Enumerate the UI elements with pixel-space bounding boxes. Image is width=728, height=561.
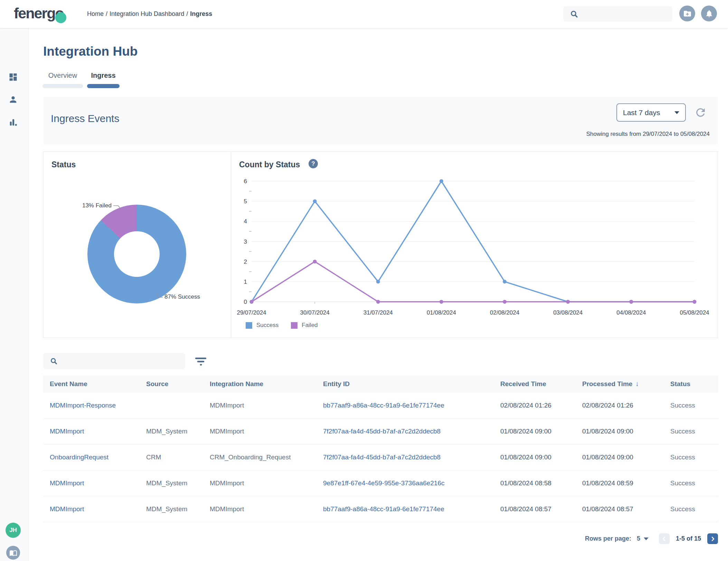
cell-integration-name: MDMImport <box>210 505 323 513</box>
user-avatar[interactable]: JH <box>6 523 21 538</box>
notifications-button[interactable] <box>701 6 717 21</box>
page: fenergo Home / Integration Hub Dashboard… <box>0 0 728 561</box>
donut-hole <box>114 231 160 277</box>
tab-ingress[interactable]: Ingress <box>87 72 120 88</box>
cell-entity-id[interactable]: 9e87e1ff-67e4-4e59-955e-3736aa6e216c <box>323 479 500 487</box>
table-body: MDMImport-ResponseMDMImportbb77aaf9-a86a… <box>43 393 718 522</box>
cell-received-time: 01/08/2024 09:00 <box>500 428 582 435</box>
cell-processed-time: 01/08/2024 08:57 <box>582 505 670 513</box>
tabs: Overview Ingress <box>42 72 120 88</box>
book-icon <box>9 549 17 557</box>
svg-text:2: 2 <box>244 259 247 265</box>
search-icon <box>570 10 578 18</box>
add-folder-button[interactable] <box>679 6 695 21</box>
section-title: Ingress Events <box>51 113 119 124</box>
sidebar: JH <box>0 28 29 561</box>
cell-entity-id[interactable]: bb77aaf9-a86a-48cc-91a9-6e1fe77174ee <box>323 402 500 409</box>
breadcrumb-current: Ingress <box>190 10 212 18</box>
table-row: OnboardingRequestCRMCRM_Onboarding_Reque… <box>43 445 718 470</box>
sort-desc-icon: ↓ <box>635 380 639 387</box>
rows-per-page-value[interactable]: 5 <box>637 535 640 542</box>
svg-text:02/08/2024: 02/08/2024 <box>490 309 519 316</box>
ingress-events-header: Ingress Events Last 7 days Showing resul… <box>43 97 718 144</box>
cell-source: MDM_System <box>146 428 210 435</box>
tab-overview[interactable]: Overview <box>42 72 83 88</box>
cell-integration-name: MDMImport <box>210 402 323 409</box>
cell-entity-id[interactable]: 7f2f07aa-fa4d-45dd-b7af-a7c2d2ddecb8 <box>323 428 500 435</box>
cell-processed-time: 02/08/2024 01:26 <box>582 402 670 409</box>
tab-ingress-indicator <box>87 84 120 88</box>
cell-processed-time: 01/08/2024 08:59 <box>582 479 670 487</box>
column-source[interactable]: Source <box>146 380 210 388</box>
chevron-left-icon <box>662 536 666 541</box>
chevron-down-icon <box>674 111 679 114</box>
cell-status: Success <box>670 428 718 435</box>
next-page-button[interactable] <box>707 533 718 544</box>
search-input[interactable] <box>583 10 667 18</box>
table-search-input[interactable] <box>62 357 177 365</box>
cell-source: MDM_System <box>146 479 210 487</box>
documentation-button[interactable] <box>6 546 20 560</box>
breadcrumb-home-link[interactable]: Home <box>87 10 104 18</box>
count-by-status-card: Count by Status ? 012345629/07/202430/07… <box>231 151 718 338</box>
cell-event-name[interactable]: MDMImport <box>50 428 146 435</box>
search-icon <box>50 357 58 365</box>
cell-event-name[interactable]: MDMImport <box>50 505 146 513</box>
table-row: MDMImportMDM_SystemMDMImport9e87e1ff-67e… <box>43 470 718 496</box>
svg-text:6: 6 <box>244 178 247 185</box>
breadcrumb-dashboard-link[interactable]: Integration Hub Dashboard <box>110 10 184 18</box>
filter-button[interactable] <box>195 356 207 367</box>
column-received-time[interactable]: Received Time <box>500 380 582 388</box>
svg-text:04/08/2024: 04/08/2024 <box>616 309 646 316</box>
sidebar-item-dashboard[interactable] <box>8 72 18 82</box>
status-donut-chart <box>87 205 186 303</box>
cell-status: Success <box>670 505 718 513</box>
date-range-select[interactable]: Last 7 days <box>616 103 686 122</box>
svg-text:31/07/2024: 31/07/2024 <box>363 309 393 316</box>
column-processed-time[interactable]: Processed Time↓ <box>582 380 670 388</box>
column-entity-id[interactable]: Entity ID <box>323 380 500 388</box>
tab-overview-indicator <box>42 84 83 88</box>
chart-legend: SuccessFailed <box>246 322 318 329</box>
bell-icon <box>705 9 713 18</box>
table-header: Event Name Source Integration Name Entit… <box>43 375 718 393</box>
svg-text:03/08/2024: 03/08/2024 <box>553 309 583 316</box>
donut-success-label: 87% Success <box>164 293 200 300</box>
cell-event-name[interactable]: MDMImport <box>50 479 146 487</box>
legend-item[interactable]: Failed <box>291 322 318 329</box>
legend-label: Success <box>256 322 278 329</box>
cell-received-time: 01/08/2024 08:57 <box>500 505 582 513</box>
column-integration-name[interactable]: Integration Name <box>210 380 323 388</box>
sidebar-item-users[interactable] <box>8 95 18 104</box>
refresh-button[interactable] <box>694 106 707 119</box>
cell-status: Success <box>670 479 718 487</box>
global-search <box>563 6 672 22</box>
column-status[interactable]: Status <box>670 380 718 388</box>
rows-per-page-label: Rows per page: <box>585 535 631 542</box>
previous-page-button[interactable] <box>659 533 670 544</box>
showing-results-text: Showing results from 29/07/2024 to 05/08… <box>586 131 710 138</box>
column-event-name[interactable]: Event Name <box>50 380 146 388</box>
cell-event-name[interactable]: MDMImport-Response <box>50 402 146 409</box>
svg-text:1: 1 <box>244 279 247 285</box>
sidebar-item-reports[interactable] <box>8 118 18 127</box>
legend-item[interactable]: Success <box>246 322 278 329</box>
svg-text:3: 3 <box>244 239 247 245</box>
cell-source: CRM <box>146 454 210 461</box>
page-title: Integration Hub <box>43 44 138 59</box>
chevron-right-icon <box>711 536 715 541</box>
legend-swatch-icon <box>246 322 252 329</box>
status-card: Status 13% Failed 87% Success <box>43 151 231 338</box>
count-chart-svg: 012345629/07/202430/07/202431/07/202401/… <box>231 152 718 338</box>
cell-entity-id[interactable]: bb77aaf9-a86a-48cc-91a9-6e1fe77174ee <box>323 505 500 513</box>
chevron-down-icon[interactable] <box>644 537 649 540</box>
cell-entity-id[interactable]: 7f2f07aa-fa4d-45dd-b7af-a7c2d2ddecb8 <box>323 454 500 461</box>
svg-text:30/07/2024: 30/07/2024 <box>300 309 330 316</box>
date-range-value: Last 7 days <box>623 109 660 117</box>
cell-event-name[interactable]: OnboardingRequest <box>50 454 146 461</box>
cell-integration-name: MDMImport <box>210 428 323 435</box>
cell-processed-time: 01/08/2024 09:00 <box>582 454 670 461</box>
svg-text:29/07/2024: 29/07/2024 <box>237 309 266 316</box>
cell-integration-name: MDMImport <box>210 479 323 487</box>
table-row: MDMImport-ResponseMDMImportbb77aaf9-a86a… <box>43 393 718 419</box>
